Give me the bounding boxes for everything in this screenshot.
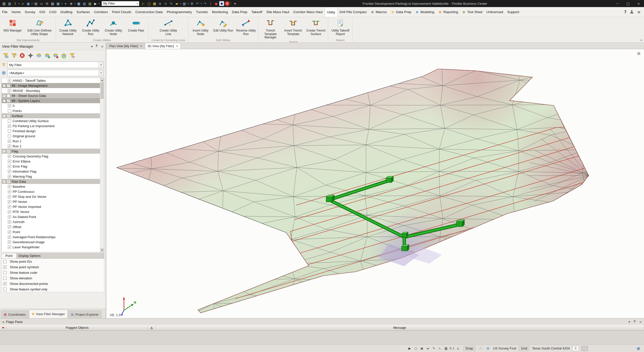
tree-row-pp-vector-imported[interactable]: ✓PP Vector Imported bbox=[2, 204, 100, 209]
grid-toggle[interactable]: Grid bbox=[519, 346, 530, 351]
import-icon[interactable]: ⇩ bbox=[13, 1, 18, 6]
checkbox[interactable]: ✓ bbox=[8, 155, 11, 158]
folder-icon-dropdown[interactable]: ▾ bbox=[180, 3, 181, 5]
table-icon[interactable]: ▦ bbox=[636, 346, 641, 351]
pan-icon[interactable]: + bbox=[63, 1, 68, 6]
pages-icon[interactable]: ▧ bbox=[50, 1, 55, 6]
tree-row-azimuth[interactable]: ✓Azimuth bbox=[2, 219, 100, 224]
ribbon-button-create-utility-run[interactable]: Create Utility Run bbox=[80, 18, 102, 37]
menu-tab-data-prep[interactable]: ▣Data Prep bbox=[389, 7, 413, 17]
angle-icon[interactable]: ∠ bbox=[456, 346, 461, 351]
snap-toggle[interactable]: Snap bbox=[463, 346, 475, 351]
computer-icon[interactable]: ▥ bbox=[182, 1, 187, 6]
checkbox[interactable] bbox=[3, 277, 7, 280]
capture-icon-dropdown[interactable]: ▾ bbox=[61, 3, 62, 5]
folder-icon[interactable]: ▰ bbox=[174, 1, 179, 6]
freehand-icon[interactable]: ✎ bbox=[431, 346, 436, 351]
select-fence-icon[interactable]: □ bbox=[146, 1, 151, 6]
checkbox[interactable]: ✓ bbox=[8, 215, 11, 219]
checkbox[interactable] bbox=[3, 271, 7, 274]
chevron-down-icon[interactable]: ▾ bbox=[98, 70, 104, 76]
checkbox[interactable]: ✓ bbox=[8, 185, 11, 188]
image-icon[interactable]: ▨ bbox=[87, 1, 92, 6]
undo-icon[interactable]: ↶ bbox=[195, 1, 200, 6]
unit-label[interactable]: US Survey Foot bbox=[493, 346, 516, 350]
filter-by-type-icon[interactable]: T bbox=[69, 52, 76, 59]
import-icon-dropdown[interactable]: ▾ bbox=[18, 3, 19, 5]
ribbon-button-create-utility-line[interactable]: Create Utility Line bbox=[157, 18, 179, 37]
menu-tab-photogrammetry[interactable]: Photogrammetry bbox=[165, 7, 194, 17]
circle-select-icon[interactable]: ◉ bbox=[419, 346, 424, 351]
menu-tab-surfaces[interactable]: Surfaces bbox=[74, 7, 92, 17]
display-option-show-elevation[interactable]: Show elevation bbox=[2, 275, 104, 281]
lasso-icon[interactable]: ○ bbox=[413, 346, 418, 351]
coordinate-system-label[interactable]: Texas South Central 4204 bbox=[532, 346, 570, 350]
zoom-icon[interactable]: ⊕ bbox=[69, 1, 74, 6]
select-arrow-icon[interactable]: ▶ bbox=[407, 346, 412, 351]
menu-tab-unlicensed[interactable]: Unlicensed bbox=[484, 7, 505, 17]
checkbox[interactable]: ✓ bbox=[7, 84, 10, 87]
layer-select[interactable]: <Multiple> ▾ bbox=[7, 70, 104, 76]
tree-row-run-2[interactable]: ✓Run 2 bbox=[2, 144, 100, 149]
tree-row-finished-design[interactable]: Finished design bbox=[2, 128, 100, 133]
tree-row-crossing-geometry-flag[interactable]: ✓Crossing Geometry Flag bbox=[2, 154, 100, 159]
tree-row-run-1[interactable]: ✓Run 1 bbox=[2, 139, 100, 144]
tree-row-laser-rangefinder[interactable]: ✓Laser Rangefinder bbox=[2, 245, 100, 250]
ribbon-button-create-utility-network[interactable]: Create Utility Network bbox=[57, 18, 79, 37]
tree-row-99-image-management[interactable]: −✓99 - Image Management bbox=[2, 83, 100, 88]
menu-tab-tunnels[interactable]: Tunnels bbox=[194, 7, 210, 17]
view-grid-icon[interactable]: ▦ bbox=[637, 51, 640, 55]
select-icon[interactable]: ▶ bbox=[93, 1, 98, 6]
menu-tab-drafting[interactable]: Drafting bbox=[59, 7, 74, 17]
view-3d-icon[interactable]: ▧ bbox=[82, 1, 87, 6]
checkbox[interactable]: ✓ bbox=[8, 160, 11, 163]
checkbox[interactable]: ✓ bbox=[7, 99, 10, 102]
3d-view-canvas[interactable]: N ▦ VE: 1.0 bbox=[106, 49, 644, 318]
checkbox[interactable]: ✓ bbox=[8, 175, 11, 178]
checkbox[interactable]: ✓ bbox=[8, 145, 11, 148]
edit-filter-icon[interactable] bbox=[10, 52, 17, 59]
expander-icon[interactable]: − bbox=[3, 115, 6, 117]
menu-tab-drill-pile-compact[interactable]: Drill Pile Compact bbox=[338, 7, 369, 17]
checkbox[interactable]: ✓ bbox=[8, 246, 11, 249]
ribbon-button-reverse-utility-run[interactable]: Reverse Utility Run bbox=[235, 18, 257, 37]
checkbox[interactable]: ✓ bbox=[8, 240, 11, 244]
select-highlight-icon[interactable]: ▷ bbox=[141, 1, 146, 6]
menu-tab-corridor-mass-haul[interactable]: Corridor Mass Haul bbox=[291, 7, 325, 17]
tree-row-99-sheet-source-data[interactable]: +99 - Sheet Source Data bbox=[2, 93, 100, 98]
menu-tab-support[interactable]: Support bbox=[505, 7, 521, 17]
menu-tab-file[interactable]: File bbox=[0, 7, 10, 17]
checkbox[interactable]: ✓ bbox=[8, 79, 11, 82]
menu-tab-macros[interactable]: ▣Macros bbox=[369, 7, 389, 17]
menu-tab-takeoff[interactable]: Takeoff bbox=[249, 7, 264, 17]
tree-row-rtk-vector[interactable]: ✓RTK Vector bbox=[2, 209, 100, 214]
ribbon-button-insert-trench-template[interactable]: Insert Trench Template bbox=[282, 18, 304, 37]
gear-icon[interactable]: ⚙ bbox=[44, 1, 49, 6]
ribbon-button-create-utility-node[interactable]: Create Utility Node bbox=[102, 18, 124, 37]
expander-icon[interactable]: − bbox=[3, 99, 6, 102]
checkbox[interactable]: ✓ bbox=[8, 230, 11, 234]
menu-tab-gis[interactable]: GIS bbox=[37, 7, 47, 17]
checkbox[interactable] bbox=[7, 94, 10, 97]
delta-column[interactable]: Δ bbox=[148, 325, 156, 331]
capture-icon[interactable]: ▦ bbox=[56, 1, 61, 6]
pin-icon[interactable] bbox=[95, 44, 98, 48]
menu-tab-home[interactable]: Home bbox=[10, 7, 23, 17]
checkbox[interactable] bbox=[8, 119, 11, 123]
pin-icon[interactable] bbox=[633, 320, 636, 324]
empty-box[interactable] bbox=[581, 346, 588, 351]
tree-row-pp-vector[interactable]: ✓PP Vector bbox=[2, 199, 100, 204]
menu-tab-construction-data[interactable]: Construction Data bbox=[133, 7, 165, 17]
view-filter-select[interactable]: My Filter ▾ bbox=[7, 62, 104, 68]
checkbox[interactable]: ✓ bbox=[8, 195, 11, 198]
menu-tab-modeling[interactable]: ▣Modeling bbox=[413, 7, 436, 17]
tree-row-original-ground[interactable]: Original ground bbox=[2, 133, 100, 139]
ribbon-button-utility-takeoff-report[interactable]: Utility Takeoff Report bbox=[329, 18, 351, 37]
tree-row-flag[interactable]: −✓Flag bbox=[2, 149, 100, 154]
menu-tab-point-clouds[interactable]: Point Clouds bbox=[110, 7, 134, 17]
menu-tab-monitoring[interactable]: Monitoring bbox=[210, 7, 230, 17]
tree-row-information-flag[interactable]: ✓Information Flag bbox=[2, 169, 100, 174]
point-tab[interactable]: Point bbox=[2, 253, 16, 259]
ribbon-collapse-icon[interactable]: ▴ bbox=[640, 38, 642, 41]
tree-row-offset[interactable]: ✓Offset bbox=[2, 224, 100, 229]
